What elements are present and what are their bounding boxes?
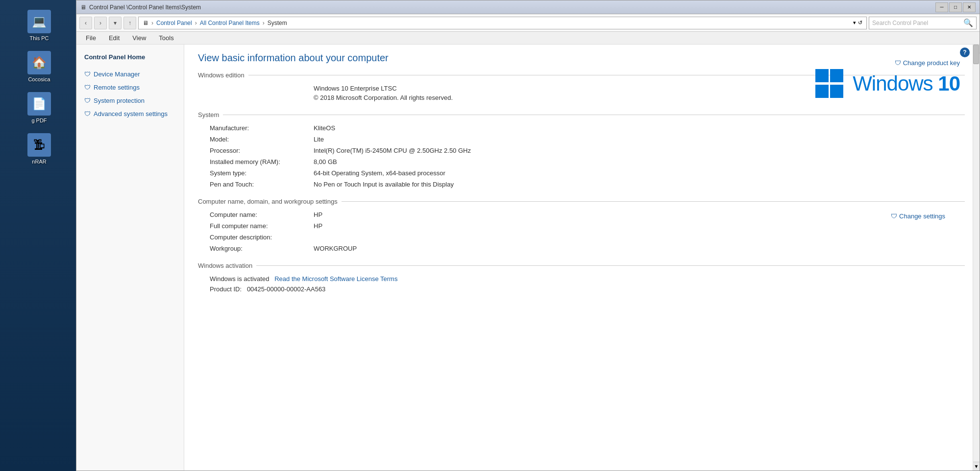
windows-logo-area: Windows 10 bbox=[815, 69, 960, 98]
address-field[interactable]: 🖥 › Control Panel › All Control Panel It… bbox=[138, 17, 867, 29]
license-terms-link[interactable]: Read the Microsoft Software License Term… bbox=[274, 275, 397, 283]
breadcrumb-control-panel[interactable]: Control Panel bbox=[156, 20, 192, 26]
activation-section: Windows activation Windows is activated … bbox=[198, 262, 965, 293]
back-button[interactable]: ‹ bbox=[79, 17, 92, 29]
product-id-value: 00425-00000-00002-AA563 bbox=[247, 285, 325, 293]
processor-value: Intel(R) Core(TM) i5-2450M CPU @ 2.50GHz… bbox=[314, 147, 965, 154]
titlebar: 🖥 Control Panel \Control Panel Items\Sys… bbox=[76, 0, 980, 14]
computer-name-grid: Computer name: HP Full computer name: HP… bbox=[198, 211, 965, 252]
computer-name-label: Computer name, domain, and workgroup set… bbox=[198, 198, 338, 205]
fullcompname-value: HP bbox=[314, 222, 965, 230]
refresh-button[interactable]: ↺ bbox=[858, 20, 862, 26]
titlebar-controls: ─ □ ✕ bbox=[935, 2, 976, 12]
windows-logo-icon bbox=[815, 69, 845, 98]
fullcompname-label: Full computer name: bbox=[210, 222, 308, 230]
sidebar-item-device-manager[interactable]: 🛡 Device Manager bbox=[76, 68, 184, 81]
model-value: Lite bbox=[314, 136, 965, 143]
search-box[interactable]: Search Control Panel 🔍 bbox=[869, 17, 977, 29]
processor-label: Processor: bbox=[210, 147, 308, 154]
compdesc-label: Computer description: bbox=[210, 234, 308, 241]
desktop-icon-nrar[interactable]: 🗜 nRAR bbox=[27, 133, 51, 165]
nrar-icon: 🗜 bbox=[27, 133, 51, 157]
titlebar-left: 🖥 Control Panel \Control Panel Items\Sys… bbox=[80, 4, 201, 11]
window-title: Control Panel \Control Panel Items\Syste… bbox=[89, 4, 201, 11]
cocosica-label: Cocosica bbox=[28, 76, 50, 82]
divider-line-2 bbox=[223, 115, 965, 115]
compname-label: Computer name: bbox=[210, 211, 308, 218]
up-button[interactable]: ↑ bbox=[123, 17, 136, 29]
workgroup-label: Workgroup: bbox=[210, 245, 308, 252]
model-label: Model: bbox=[210, 136, 308, 143]
desktop-icon-cocosica[interactable]: 🏠 Cocosica bbox=[27, 51, 51, 82]
pdf-label: g PDF bbox=[31, 118, 47, 123]
shield-icon-device: 🛡 bbox=[84, 71, 91, 78]
activation-label: Windows activation bbox=[198, 262, 252, 269]
system-divider: System bbox=[198, 111, 965, 118]
manufacturer-value: KliteOS bbox=[314, 124, 965, 132]
menu-file[interactable]: File bbox=[80, 33, 101, 43]
system-section: System Manufacturer: KliteOS Model: Lite… bbox=[198, 111, 965, 188]
sidebar-item-remote-settings[interactable]: 🛡 Remote settings bbox=[76, 81, 184, 94]
ram-label: Installed memory (RAM): bbox=[210, 158, 308, 165]
breadcrumb-current: System bbox=[268, 20, 287, 26]
main-panel: ? View basic information about your comp… bbox=[184, 45, 980, 471]
scroll-down-button[interactable]: ▼ bbox=[973, 462, 980, 471]
compname-value: HP bbox=[314, 211, 965, 218]
cocosica-icon: 🏠 bbox=[27, 51, 51, 74]
desktop-icon-thispc[interactable]: 💻 This PC bbox=[27, 10, 51, 41]
pdf-icon: 📄 bbox=[27, 92, 51, 116]
manufacturer-label: Manufacturer: bbox=[210, 124, 308, 132]
close-button[interactable]: ✕ bbox=[963, 2, 976, 12]
shield-icon-product: 🛡 bbox=[895, 59, 901, 67]
change-settings-button[interactable]: 🛡 Change settings bbox=[891, 212, 945, 220]
activation-status: Windows is activated bbox=[210, 275, 269, 283]
search-placeholder: Search Control Panel bbox=[872, 20, 961, 26]
divider-line-4 bbox=[256, 265, 965, 266]
shield-icon-protection: 🛡 bbox=[84, 97, 91, 104]
minimize-button[interactable]: ─ bbox=[935, 2, 948, 12]
computer-name-section: Computer name, domain, and workgroup set… bbox=[198, 198, 965, 252]
nrar-label: nRAR bbox=[32, 159, 46, 165]
menubar: File Edit View Tools bbox=[76, 32, 980, 45]
compdesc-value bbox=[314, 234, 965, 241]
address-dropdown[interactable]: ▾ bbox=[853, 20, 856, 26]
divider-line-3 bbox=[342, 201, 965, 202]
maximize-button[interactable]: □ bbox=[949, 2, 962, 12]
content-area: Control Panel Home 🛡 Device Manager 🛡 Re… bbox=[76, 45, 980, 471]
systype-value: 64-bit Operating System, x64-based proce… bbox=[314, 169, 965, 177]
sidebar-item-advanced-settings[interactable]: 🛡 Advanced system settings bbox=[76, 107, 184, 120]
addressbar: ‹ › ▾ ↑ 🖥 › Control Panel › All Control … bbox=[76, 14, 980, 32]
thispc-label: This PC bbox=[29, 35, 49, 41]
thispc-icon: 💻 bbox=[27, 10, 51, 33]
breadcrumb-all-items[interactable]: All Control Panel Items bbox=[200, 20, 260, 26]
help-button[interactable]: ? bbox=[960, 47, 970, 57]
menu-view[interactable]: View bbox=[127, 33, 151, 43]
systype-label: System type: bbox=[210, 169, 308, 177]
system-label: System bbox=[198, 111, 219, 118]
breadcrumb-icon: 🖥 bbox=[143, 20, 148, 26]
sidebar-item-system-protection[interactable]: 🛡 System protection bbox=[76, 94, 184, 107]
shield-icon-remote: 🛡 bbox=[84, 84, 91, 91]
windows-logo-text: Windows 10 bbox=[853, 72, 960, 95]
search-icon: 🔍 bbox=[963, 18, 973, 27]
change-product-key-button[interactable]: 🛡 Change product key bbox=[895, 59, 960, 67]
sidebar-header: Control Panel Home bbox=[76, 50, 184, 64]
system-info-grid: Manufacturer: KliteOS Model: Lite Proces… bbox=[198, 124, 965, 188]
product-id-label: Product ID: bbox=[210, 285, 242, 293]
ram-value: 8,00 GB bbox=[314, 158, 965, 165]
desktop-icon-pdf[interactable]: 📄 g PDF bbox=[27, 92, 51, 123]
activation-divider: Windows activation bbox=[198, 262, 965, 269]
pentouch-value: No Pen or Touch Input is available for t… bbox=[314, 181, 965, 188]
sidebar: Control Panel Home 🛡 Device Manager 🛡 Re… bbox=[76, 45, 184, 471]
pentouch-label: Pen and Touch: bbox=[210, 181, 308, 188]
menu-edit[interactable]: Edit bbox=[103, 33, 125, 43]
menu-tools[interactable]: Tools bbox=[153, 33, 179, 43]
shield-icon-change: 🛡 bbox=[891, 212, 897, 220]
window-icon: 🖥 bbox=[80, 4, 86, 11]
page-title: View basic information about your comput… bbox=[198, 52, 965, 64]
recent-button[interactable]: ▾ bbox=[109, 17, 122, 29]
forward-button[interactable]: › bbox=[94, 17, 107, 29]
computer-name-divider: Computer name, domain, and workgroup set… bbox=[198, 198, 965, 205]
scroll-thumb[interactable] bbox=[973, 45, 979, 64]
scroll-track[interactable]: ▲ ▼ bbox=[973, 45, 980, 471]
